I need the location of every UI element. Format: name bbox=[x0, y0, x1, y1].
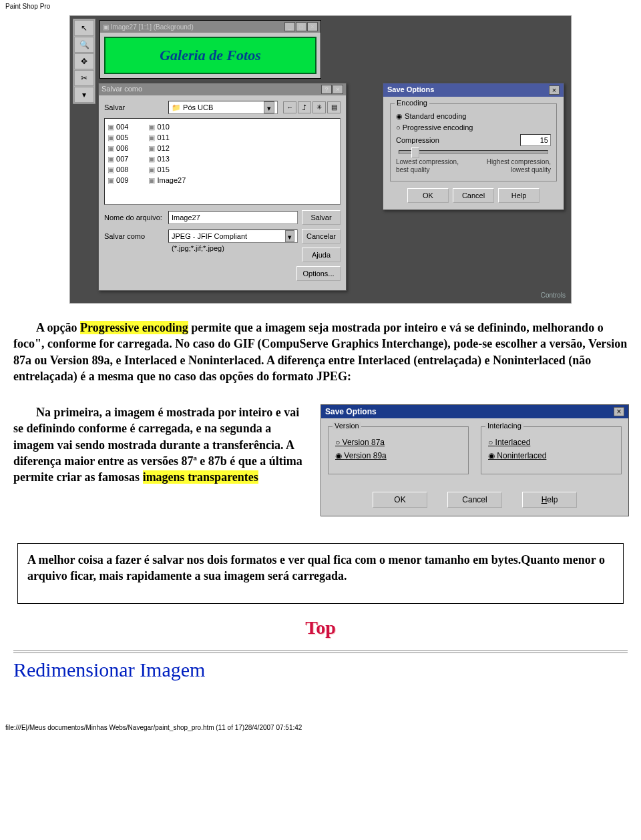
close-icon[interactable]: × bbox=[614, 407, 624, 416]
save-dialog-title: Salvar como bbox=[101, 85, 142, 94]
close-icon[interactable]: × bbox=[307, 22, 318, 31]
separator bbox=[13, 651, 628, 653]
cancel-button[interactable]: Cancelar bbox=[302, 229, 341, 244]
tip-box: A melhor coisa a fazer é salvar nos dois… bbox=[17, 543, 624, 604]
file-item[interactable]: 013 bbox=[148, 153, 186, 164]
psp-screenshot: ↖ 🔍 ✥ ✂ ▾ ▣ Image27 [1:1] (Background) _… bbox=[69, 15, 572, 304]
filename-label: Nome do arquivo: bbox=[104, 214, 164, 222]
save-in-combo[interactable]: 📁 Pós UCB▾ bbox=[168, 101, 278, 114]
cancel-button[interactable]: Cancel bbox=[453, 188, 494, 203]
version-87a-radio[interactable]: Version 87a bbox=[335, 438, 461, 447]
file-item[interactable]: 004 bbox=[108, 121, 128, 132]
help-icon[interactable]: ? bbox=[321, 85, 332, 94]
interlacing-legend: Interlacing bbox=[485, 422, 523, 430]
file-list[interactable]: 004 005 006 007 008 009 010 011 012 013 … bbox=[104, 118, 341, 205]
file-item[interactable]: 010 bbox=[148, 121, 186, 132]
file-item[interactable]: 012 bbox=[148, 143, 186, 153]
back-icon[interactable]: ← bbox=[283, 101, 296, 113]
footer-path: file:///E|/Meus documentos/Minhas Webs/N… bbox=[0, 721, 641, 735]
filename-input[interactable]: Image27 bbox=[168, 211, 298, 224]
gif-options-title: Save Options bbox=[325, 407, 377, 416]
help-button[interactable]: Help bbox=[498, 188, 540, 203]
savetype-value: JPEG - JFIF Compliant (*.jpg;*.jif;*.jpe… bbox=[172, 230, 285, 242]
progressive-encoding-radio[interactable]: Progressive encoding bbox=[396, 123, 551, 131]
file-item[interactable]: 015 bbox=[148, 164, 186, 175]
save-options-title: Save Options bbox=[387, 85, 434, 95]
version-89a-radio[interactable]: Version 89a bbox=[335, 451, 461, 460]
file-item[interactable]: 007 bbox=[108, 153, 128, 164]
file-item[interactable]: 008 bbox=[108, 164, 128, 175]
highlight-transparent: imagens transparentes bbox=[143, 470, 258, 484]
crop-tool-icon[interactable]: ✂ bbox=[74, 70, 94, 86]
standard-encoding-radio[interactable]: Standard encoding bbox=[396, 112, 551, 121]
newfolder-icon[interactable]: ✳ bbox=[312, 101, 326, 113]
controls-label: Controls bbox=[541, 292, 566, 299]
help-button[interactable]: Ajuda bbox=[302, 248, 341, 262]
file-item[interactable]: 005 bbox=[108, 132, 128, 143]
compression-label: Compression bbox=[396, 136, 439, 144]
move-tool-icon[interactable]: ✥ bbox=[74, 53, 94, 69]
close-icon[interactable]: × bbox=[549, 85, 560, 95]
savetype-label: Salvar como bbox=[104, 232, 164, 240]
save-as-dialog: Salvar como ?× Salvar 📁 Pós UCB▾ ←⮥✳▤ 00… bbox=[98, 83, 347, 291]
low-comp-label-a: Lowest compression, bbox=[396, 158, 459, 165]
highlight-progressive: Progressive encoding bbox=[80, 321, 188, 334]
savetype-combo[interactable]: JPEG - JFIF Compliant (*.jpg;*.jif;*.jpe… bbox=[168, 230, 298, 243]
interlaced-radio[interactable]: Interlaced bbox=[488, 438, 614, 447]
image-window-title: Image27 [1:1] (Background) bbox=[111, 23, 194, 31]
file-item[interactable]: 011 bbox=[148, 132, 186, 143]
page-header: Paint Shop Pro bbox=[0, 0, 641, 15]
cancel-button[interactable]: Cancel bbox=[447, 492, 502, 508]
high-comp-label-a: Highest compression, bbox=[487, 158, 551, 165]
maximize-icon[interactable]: □ bbox=[296, 22, 306, 31]
minimize-icon[interactable]: _ bbox=[284, 22, 295, 31]
options-button[interactable]: Options... bbox=[296, 266, 341, 281]
low-comp-label-b: best quality bbox=[396, 166, 430, 173]
save-options-dialog: Save Options × Encoding Standard encodin… bbox=[383, 83, 564, 210]
file-item[interactable]: 009 bbox=[108, 175, 128, 185]
compression-slider[interactable] bbox=[399, 150, 548, 154]
file-item[interactable]: 006 bbox=[108, 143, 128, 153]
noninterlaced-radio[interactable]: Noninterlaced bbox=[488, 451, 614, 460]
ok-button[interactable]: OK bbox=[373, 492, 427, 508]
section-heading: Redimensionar Imagem bbox=[13, 659, 628, 681]
close-icon[interactable]: × bbox=[333, 85, 343, 94]
encoding-legend: Encoding bbox=[395, 99, 429, 107]
save-button[interactable]: Salvar bbox=[302, 210, 341, 225]
top-text: Top bbox=[305, 617, 336, 638]
banner-image: Galeria de Fotos bbox=[104, 37, 316, 74]
paragraph-2: Na primeira, a imagem é mostrada por int… bbox=[13, 404, 307, 485]
para1-a: A opção bbox=[36, 321, 80, 334]
file-item[interactable]: Image27 bbox=[148, 175, 186, 185]
up-icon[interactable]: ⮥ bbox=[298, 101, 311, 113]
more-tool-icon[interactable]: ▾ bbox=[74, 87, 94, 103]
paragraph-1: A opção Progressive encoding permite que… bbox=[13, 320, 628, 384]
gif-save-options-dialog: Save Options × Version Version 87a Versi… bbox=[320, 404, 629, 516]
save-in-label: Salvar bbox=[104, 103, 164, 111]
zoom-tool-icon[interactable]: 🔍 bbox=[74, 37, 94, 53]
high-comp-label-b: lowest quality bbox=[511, 166, 551, 173]
top-link[interactable]: Top bbox=[13, 617, 628, 639]
compression-input[interactable]: 15 bbox=[520, 134, 551, 146]
tool-palette: ↖ 🔍 ✥ ✂ ▾ bbox=[73, 19, 95, 104]
arrow-tool-icon[interactable]: ↖ bbox=[74, 20, 94, 36]
view-icon[interactable]: ▤ bbox=[327, 101, 341, 113]
image-window: ▣ Image27 [1:1] (Background) _□× Galeria… bbox=[99, 20, 321, 79]
nav-icons: ←⮥✳▤ bbox=[282, 101, 341, 113]
save-in-value: Pós UCB bbox=[183, 103, 213, 111]
version-legend: Version bbox=[333, 422, 361, 430]
ok-button[interactable]: OK bbox=[407, 188, 449, 203]
help-button[interactable]: Help bbox=[522, 492, 577, 508]
